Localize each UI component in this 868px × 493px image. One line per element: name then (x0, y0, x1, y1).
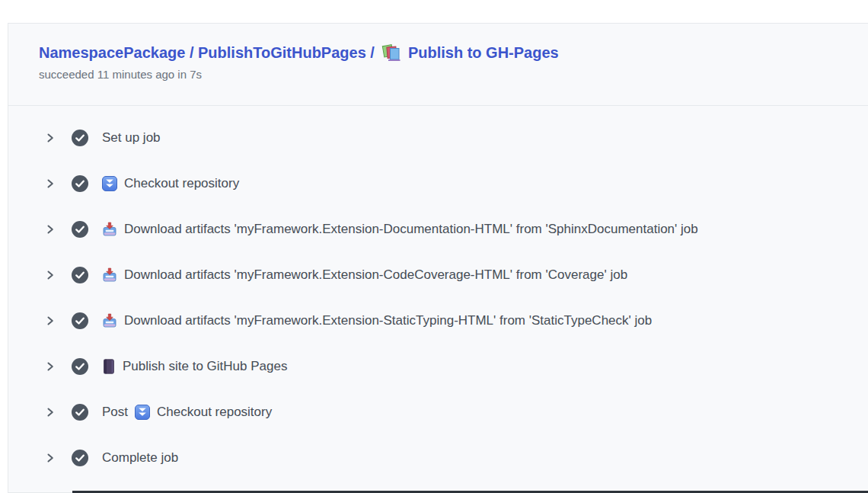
check-circle-icon (72, 221, 88, 238)
inbox-tray-icon (102, 313, 117, 328)
step-row[interactable]: Publish site to GitHub Pages (8, 344, 868, 389)
step-row[interactable]: Checkout repository (8, 161, 868, 206)
step-label: Download artifacts 'myFramework.Extensio… (102, 313, 652, 328)
step-text: Download artifacts 'myFramework.Extensio… (124, 222, 698, 237)
step-label: Complete job (102, 450, 178, 466)
breadcrumb[interactable]: NamespacePackage / PublishToGitHubPages … (39, 42, 375, 63)
chevron-right-icon[interactable] (45, 178, 56, 189)
step-label: Download artifacts 'myFramework.Extensio… (102, 222, 698, 237)
step-text: Checkout repository (124, 176, 239, 191)
step-row[interactable]: Complete job (8, 435, 868, 481)
step-row[interactable]: Set up job (8, 115, 868, 161)
step-text: Download artifacts 'myFramework.Extensio… (124, 313, 652, 328)
job-header: NamespacePackage / PublishToGitHubPages … (8, 24, 868, 106)
chevron-right-icon[interactable] (45, 453, 56, 463)
step-text: Checkout repository (157, 405, 272, 420)
books-icon (381, 43, 401, 62)
step-label: Checkout repository (102, 176, 239, 191)
check-circle-icon (72, 358, 88, 375)
job-run-card: NamespacePackage / PublishToGitHubPages … (8, 23, 868, 493)
check-circle-icon (72, 175, 88, 192)
chevron-right-icon[interactable] (45, 407, 56, 418)
check-circle-icon (72, 404, 88, 421)
chevron-right-icon[interactable] (45, 224, 56, 235)
fast-down-icon (102, 176, 117, 191)
check-circle-icon (72, 267, 88, 283)
step-text: Publish site to GitHub Pages (123, 359, 287, 374)
check-circle-icon (72, 450, 88, 466)
steps-list: Set up jobCheckout repositoryDownload ar… (8, 106, 868, 481)
step-text: Set up job (102, 130, 161, 146)
inbox-tray-icon (102, 267, 117, 283)
chevron-right-icon[interactable] (45, 361, 56, 372)
step-row[interactable]: Download artifacts 'myFramework.Extensio… (8, 206, 868, 252)
job-title-line[interactable]: NamespacePackage / PublishToGitHubPages … (39, 42, 838, 63)
step-text: Download artifacts 'myFramework.Extensio… (124, 267, 627, 283)
job-title[interactable]: Publish to GH-Pages (408, 42, 559, 63)
step-label: Download artifacts 'myFramework.Extensio… (102, 267, 627, 283)
job-status-line: succeeded 11 minutes ago in 7s (39, 67, 838, 82)
step-row[interactable]: Download artifacts 'myFramework.Extensio… (8, 252, 868, 298)
check-circle-icon (72, 312, 88, 329)
step-text: Post (102, 405, 128, 420)
step-row[interactable]: Download artifacts 'myFramework.Extensio… (8, 298, 868, 344)
fast-down-icon (135, 405, 150, 420)
inbox-tray-icon (102, 222, 117, 237)
notebook-icon (102, 359, 116, 374)
chevron-right-icon[interactable] (45, 270, 56, 280)
chevron-right-icon[interactable] (45, 133, 56, 143)
step-text: Complete job (102, 450, 178, 466)
step-label: Set up job (102, 130, 161, 146)
check-circle-icon (72, 130, 88, 146)
step-label: PostCheckout repository (102, 405, 272, 420)
chevron-right-icon[interactable] (45, 315, 56, 326)
step-label: Publish site to GitHub Pages (102, 359, 287, 374)
step-row[interactable]: PostCheckout repository (8, 389, 868, 435)
